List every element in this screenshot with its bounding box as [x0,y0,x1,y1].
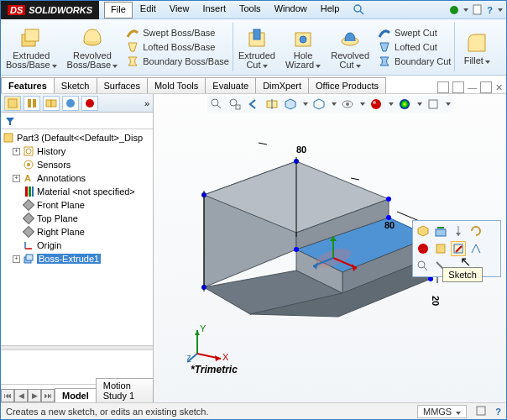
tree-annotations[interactable]: + A Annotations [3,171,151,185]
ctx-insert-icon[interactable] [451,223,466,239]
panel-icon-1[interactable] [437,81,449,93]
svg-point-17 [86,99,94,108]
zoom-area-icon[interactable] [227,97,243,112]
extruded-boss-button[interactable]: ExtrudedBoss/Base [1,19,62,75]
view-triad[interactable]: Y X Z [187,322,229,364]
expand-icon[interactable]: + [13,255,20,263]
fillet-icon [465,31,489,55]
nav-prev-icon[interactable]: ◀ [14,389,28,402]
tab-office-products[interactable]: Office Products [308,77,386,93]
ctx-zoom-sel-icon[interactable] [416,259,431,274]
svg-rect-18 [4,134,13,142]
tree-root[interactable]: Part3 (Default<<Default>_Disp [3,131,151,144]
panel-expand-icon[interactable]: » [144,98,149,108]
swept-boss-button[interactable]: Swept Boss/Base [126,26,229,39]
hide-show-icon[interactable] [340,97,355,112]
prev-view-icon[interactable] [246,97,261,112]
appearance-icon[interactable] [368,97,384,112]
dropdown-icon[interactable] [463,8,468,12]
view-orientation-icon[interactable] [283,97,298,112]
tree-history[interactable]: + History [3,144,151,158]
lofted-cut-button[interactable]: Lofted Cut [378,40,451,54]
configurationmanager-tab[interactable] [43,96,60,111]
tab-sketch[interactable]: Sketch [54,77,97,93]
tree-material[interactable]: Material <not specified> [3,185,151,198]
tree-boss-extrude1[interactable]: + Boss-Extrude1 [3,252,151,265]
tab-motion-study[interactable]: Motion Study 1 [96,378,154,402]
tree-right-plane[interactable]: Right Plane [3,225,151,239]
tree-top-plane[interactable]: Top Plane [3,212,151,225]
boundary-cut-icon [378,55,391,68]
revolved-cut-button[interactable]: RevolvedCut [326,19,374,75]
svg-marker-88 [215,355,221,361]
tab-mold-tools[interactable]: Mold Tools [147,77,206,93]
help-icon[interactable]: ? [487,5,493,15]
tooltip: Sketch [442,267,483,282]
tree-origin[interactable]: Origin [3,239,151,252]
menu-view[interactable]: View [164,2,196,18]
search-icon[interactable] [347,2,370,18]
boundary-boss-icon [126,55,139,68]
tab-dimxpert[interactable]: DimXpert [255,77,309,93]
boundary-cut-button[interactable]: Boundary Cut [378,55,451,68]
ctx-rollback-icon[interactable] [468,223,483,239]
nav-last-icon[interactable]: ⏭ [41,389,55,402]
ctx-edit-feature-icon[interactable] [433,223,448,239]
svg-line-67 [351,178,359,180]
menu-window[interactable]: Window [269,2,313,18]
dimxpertmanager-tab[interactable] [62,96,79,111]
new-doc-icon[interactable] [472,3,483,17]
graphics-viewport[interactable]: 80 80 100 20 ↖ Sketch Y X Z [154,94,506,402]
maximize-icon[interactable] [480,81,492,93]
swept-cut-icon [378,26,391,39]
svg-point-61 [294,247,299,252]
svg-rect-30 [26,255,33,260]
section-view-icon[interactable] [264,97,280,112]
displaymanager-tab[interactable] [81,96,98,111]
units-button[interactable]: MMGS [417,405,467,418]
hole-wizard-button[interactable]: HoleWizard [280,19,326,75]
scene-icon[interactable] [397,97,412,112]
ctx-appearance-icon[interactable] [416,241,431,256]
extruded-cut-button[interactable]: ExtrudedCut [233,19,280,75]
tree-front-plane[interactable]: Front Plane [3,198,151,212]
revolved-boss-button[interactable]: RevolvedBoss/Base [62,19,123,75]
menu-help[interactable]: Help [315,2,346,18]
tab-features[interactable]: Features [1,77,55,93]
fillet-button[interactable]: Fillet [455,19,499,75]
menu-insert[interactable]: Insert [196,2,232,18]
display-style-icon[interactable] [311,97,327,112]
model-geometry[interactable]: 80 80 100 20 [170,119,439,338]
nav-first-icon[interactable]: ⏮ [1,389,14,402]
svg-point-9 [300,36,306,43]
minimize-icon[interactable]: — [468,82,477,92]
swept-cut-button[interactable]: Swept Cut [378,26,451,39]
tab-model[interactable]: Model [55,388,97,402]
menu-file[interactable]: File [104,2,133,18]
lofted-boss-button[interactable]: Lofted Boss/Base [126,40,229,54]
filter-bar[interactable] [1,113,153,129]
tab-surfaces[interactable]: Surfaces [97,77,148,93]
panel-icon-2[interactable] [452,81,464,93]
expand-icon[interactable]: + [13,175,20,182]
plane-icon [23,226,34,238]
menu-edit[interactable]: Edit [134,2,162,18]
boundary-boss-button[interactable]: Boundary Boss/Base [126,55,229,68]
featuremanager-tab[interactable] [4,96,21,111]
help-status-icon[interactable]: ? [495,407,501,417]
tab-evaluate[interactable]: Evaluate [205,77,256,93]
status-dot-icon[interactable] [450,6,458,14]
dropdown-icon[interactable] [498,8,503,12]
close-icon[interactable]: ✕ [495,82,503,93]
status-icon[interactable] [475,405,487,418]
view-settings-icon[interactable] [426,97,441,112]
tree-sensors[interactable]: Sensors [3,158,151,171]
ctx-normal-to-icon[interactable] [433,241,448,256]
expand-icon[interactable]: + [13,148,20,155]
nav-next-icon[interactable]: ▶ [28,389,41,402]
ctx-zoom-icon[interactable] [416,223,431,239]
zoom-fit-icon[interactable] [209,97,224,112]
svg-rect-14 [46,100,51,107]
menu-tools[interactable]: Tools [233,2,267,18]
propertymanager-tab[interactable] [24,96,40,111]
